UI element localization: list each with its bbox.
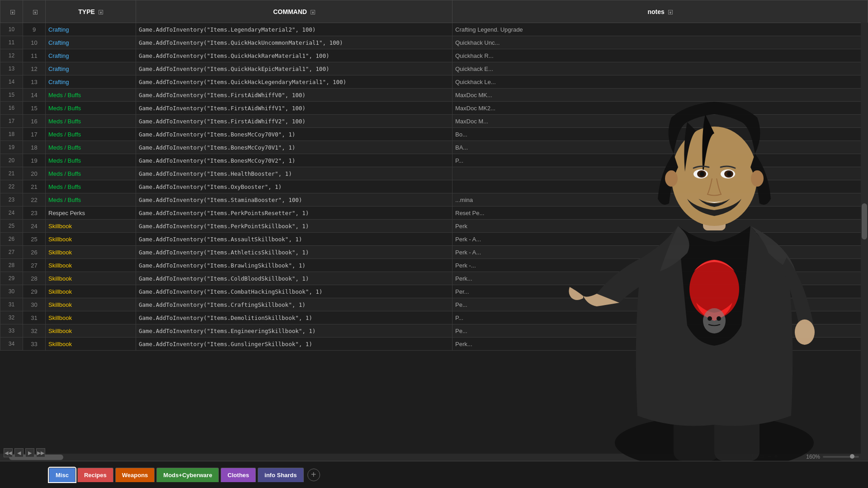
status-icon-2[interactable]: ▭ [759, 453, 764, 460]
cell-command[interactable]: Game.AddToInventory("Items.PerkPointSkil… [136, 220, 453, 233]
cell-notes: Perk [453, 220, 868, 233]
table-row[interactable]: 33 32 Skillbook Game.AddToInventory("Ite… [0, 324, 868, 338]
cell-command[interactable]: Game.AddToInventory("Items.FirstAidWhiff… [136, 115, 453, 128]
scrollbar-thumb[interactable] [862, 203, 867, 239]
cell-command[interactable]: Game.AddToInventory("Items.PerkPointsRes… [136, 206, 453, 220]
cell-rownum: 14 [0, 75, 23, 89]
tab-weapons[interactable]: Weapons [115, 468, 155, 482]
table-row[interactable]: 16 15 Meds / Buffs Game.AddToInventory("… [0, 102, 868, 115]
tab-clothes[interactable]: Clothes [221, 468, 256, 482]
nav-prev[interactable]: ◀ [14, 448, 24, 457]
cell-rownum: 20 [0, 154, 23, 167]
table-row[interactable]: 29 28 Skillbook Game.AddToInventory("Ite… [0, 272, 868, 285]
nav-next[interactable]: ▶ [25, 448, 34, 457]
table-row[interactable]: 11 10 Crafting Game.AddToInventory("Item… [0, 36, 868, 49]
nav-first[interactable]: ◀◀ [4, 448, 13, 457]
id-filter[interactable]: ▼ [33, 10, 38, 14]
cell-command[interactable]: Game.AddToInventory("Items.GunslingerSki… [136, 338, 453, 351]
table-row[interactable]: 20 19 Meds / Buffs Game.AddToInventory("… [0, 154, 868, 167]
cell-id: 15 [23, 102, 46, 115]
cell-rownum: 33 [0, 324, 23, 338]
table-row[interactable]: 21 20 Meds / Buffs Game.AddToInventory("… [0, 167, 868, 180]
rownum-filter[interactable]: ▼ [10, 10, 15, 14]
cell-type: Crafting [46, 36, 136, 49]
table-row[interactable]: 13 12 Crafting Game.AddToInventory("Item… [0, 62, 868, 75]
cell-command[interactable]: Game.AddToInventory("Items.StaminaBooste… [136, 193, 453, 206]
cell-id: 18 [23, 141, 46, 154]
table-row[interactable]: 24 23 Respec Perks Game.AddToInventory("… [0, 206, 868, 220]
cell-command[interactable]: Game.AddToInventory("Items.FirstAidWhiff… [136, 89, 453, 102]
horizontal-scrollbar[interactable] [0, 454, 861, 461]
table-row[interactable]: 12 11 Crafting Game.AddToInventory("Item… [0, 49, 868, 62]
cell-command[interactable]: Game.AddToInventory("Items.HealthBooster… [136, 167, 453, 180]
table-wrapper: ▼ ▼ TYPE ▼ COMMAND ▼ notes ▼ [0, 0, 868, 461]
cell-command[interactable]: Game.AddToInventory("Items.AssaultSkillb… [136, 233, 453, 246]
table-row[interactable]: 23 22 Meds / Buffs Game.AddToInventory("… [0, 193, 868, 206]
vertical-scrollbar[interactable] [861, 23, 868, 461]
status-icon-4[interactable]: + [774, 453, 778, 460]
nav-last[interactable]: ▶▶ [36, 448, 45, 457]
cell-command[interactable]: Game.AddToInventory("Items.DemolitionSki… [136, 311, 453, 324]
cell-type: Meds / Buffs [46, 89, 136, 102]
cell-command[interactable]: Game.AddToInventory("Items.OxyBooster", … [136, 180, 453, 193]
table-row[interactable]: 28 27 Skillbook Game.AddToInventory("Ite… [0, 259, 868, 272]
tab-recipes[interactable]: Recipes [77, 468, 113, 482]
zoom-slider-thumb[interactable] [850, 454, 854, 459]
table-row[interactable]: 19 18 Meds / Buffs Game.AddToInventory("… [0, 141, 868, 154]
table-row[interactable]: 27 26 Skillbook Game.AddToInventory("Ite… [0, 246, 868, 259]
cell-command[interactable]: Game.AddToInventory("Items.BonesMcCoy70V… [136, 128, 453, 141]
cell-type: Meds / Buffs [46, 193, 136, 206]
table-row[interactable]: 30 29 Skillbook Game.AddToInventory("Ite… [0, 285, 868, 298]
table-row[interactable]: 32 31 Skillbook Game.AddToInventory("Ite… [0, 311, 868, 324]
cell-command[interactable]: Game.AddToInventory("Items.QuickHackLege… [136, 75, 453, 89]
cell-command[interactable]: Game.AddToInventory("Items.QuickHackUnco… [136, 36, 453, 49]
cell-notes: Quickhack E... [453, 62, 868, 75]
table-row[interactable]: 17 16 Meds / Buffs Game.AddToInventory("… [0, 115, 868, 128]
tabs-bar: ◀◀ ◀ ▶ ▶▶ MiscRecipesWeaponsMods+Cyberwa… [0, 461, 868, 488]
status-icon-1[interactable]: ⋮ [749, 453, 755, 460]
cell-command[interactable]: Game.AddToInventory("Items.LegendaryMate… [136, 23, 453, 36]
cell-command[interactable]: Game.AddToInventory("Items.CombatHacking… [136, 285, 453, 298]
cell-id: 28 [23, 272, 46, 285]
table-row[interactable]: 22 21 Meds / Buffs Game.AddToInventory("… [0, 180, 868, 193]
table-row[interactable]: 26 25 Skillbook Game.AddToInventory("Ite… [0, 233, 868, 246]
zoom-slider[interactable] [823, 456, 859, 458]
command-filter[interactable]: ▼ [311, 10, 315, 14]
cell-command[interactable]: Game.AddToInventory("Items.BrawlingSkill… [136, 259, 453, 272]
tab-misc[interactable]: Misc [49, 468, 75, 482]
cell-id: 21 [23, 180, 46, 193]
col-header-id: ▼ [23, 0, 46, 23]
table-row[interactable]: 34 33 Skillbook Game.AddToInventory("Ite… [0, 338, 868, 351]
cell-id: 19 [23, 154, 46, 167]
tab-mods-cyberware[interactable]: Mods+Cyberware [156, 468, 219, 482]
cell-notes: Perk - A... [453, 233, 868, 246]
cell-type: Crafting [46, 49, 136, 62]
add-sheet-button[interactable]: + [307, 469, 320, 481]
table-row[interactable]: 18 17 Meds / Buffs Game.AddToInventory("… [0, 128, 868, 141]
cell-command[interactable]: Game.AddToInventory("Items.AthleticsSkil… [136, 246, 453, 259]
cell-command[interactable]: Game.AddToInventory("Items.EngineeringSk… [136, 324, 453, 338]
table-row[interactable]: 25 24 Skillbook Game.AddToInventory("Ite… [0, 220, 868, 233]
cell-command[interactable]: Game.AddToInventory("Items.ColdBloodSkil… [136, 272, 453, 285]
cell-type: Meds / Buffs [46, 115, 136, 128]
table-row[interactable]: 31 30 Skillbook Game.AddToInventory("Ite… [0, 298, 868, 311]
table-row[interactable]: 10 9 Crafting Game.AddToInventory("Items… [0, 23, 868, 36]
tab-info-shards[interactable]: info Shards [258, 468, 304, 482]
notes-filter[interactable]: ▼ [668, 10, 673, 14]
table-row[interactable]: 15 14 Meds / Buffs Game.AddToInventory("… [0, 89, 868, 102]
cell-command[interactable]: Game.AddToInventory("Items.BonesMcCoy70V… [136, 154, 453, 167]
cell-type: Meds / Buffs [46, 141, 136, 154]
status-icon-3[interactable]: – [768, 453, 771, 460]
table-row[interactable]: 14 13 Crafting Game.AddToInventory("Item… [0, 75, 868, 89]
type-filter[interactable]: ▼ [99, 10, 103, 14]
cell-rownum: 13 [0, 62, 23, 75]
cell-command[interactable]: Game.AddToInventory("Items.QuickHackEpic… [136, 62, 453, 75]
cell-rownum: 24 [0, 206, 23, 220]
cell-command[interactable]: Game.AddToInventory("Items.BonesMcCoy70V… [136, 141, 453, 154]
cell-command[interactable]: Game.AddToInventory("Items.QuickHackRare… [136, 49, 453, 62]
cell-rownum: 15 [0, 89, 23, 102]
cell-notes [453, 180, 868, 193]
cell-id: 20 [23, 167, 46, 180]
cell-command[interactable]: Game.AddToInventory("Items.CraftingSkill… [136, 298, 453, 311]
cell-command[interactable]: Game.AddToInventory("Items.FirstAidWhiff… [136, 102, 453, 115]
